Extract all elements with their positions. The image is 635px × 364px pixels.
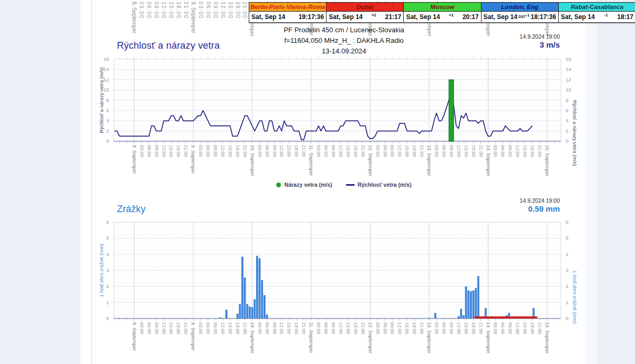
clock-date: Sat, Sep 14 bbox=[329, 13, 362, 21]
clock-date: Sat, Sep 14 bbox=[406, 13, 440, 21]
clock-city-time: Sat, Sep 14+221:17 bbox=[326, 12, 403, 22]
clock-city-time: Sat, Sep 14DST-118:17:36 bbox=[482, 12, 558, 22]
clock-city-0: Berlin-Paris-Vienna-RomaSat, Sep 1419:17… bbox=[249, 3, 326, 22]
clock-utc-offset: +2 bbox=[371, 13, 376, 17]
station-daterange: 13-14.09.2024 bbox=[185, 46, 503, 57]
clock-utc-offset: +1 bbox=[449, 13, 453, 17]
gusts-legend-label: Nárazy vetra (m/s) bbox=[284, 181, 332, 188]
wind-current-annotation: 14.9.2024 19:00 3 m/s bbox=[520, 33, 560, 49]
clock-city-name: London, Eng bbox=[482, 3, 558, 12]
clock-city-name: Dubai bbox=[326, 3, 403, 12]
wind-chart-title: Rýchlosť a nárazy vetra bbox=[117, 40, 220, 51]
clock-city-name: Rabat-Casablanca bbox=[559, 3, 635, 12]
world-clock-bar: Berlin-Paris-Vienna-RomaSat, Sep 1419:17… bbox=[249, 2, 635, 23]
clock-time-value: 18:17:36 bbox=[531, 13, 556, 21]
left-divider-line bbox=[91, 0, 92, 364]
rain-chart-title: Zrážky bbox=[117, 204, 146, 215]
clock-city-4: Rabat-CasablancaSat, Sep 14-118:17 bbox=[559, 3, 635, 22]
clock-date: Sat, Sep 14 bbox=[484, 13, 518, 21]
clock-city-1: DubaiSat, Sep 14+221:17 bbox=[326, 3, 404, 22]
wind-current-value: 3 m/s bbox=[520, 40, 560, 49]
legend-item-speed: Rýchlosť vetra (m/s) bbox=[346, 181, 412, 188]
clock-city-time: Sat, Sep 14-118:17 bbox=[559, 12, 635, 22]
legend-item-gusts: Nárazy vetra (m/s) bbox=[276, 181, 332, 188]
rain-current-annotation: 14.9.2024 19:00 0.59 mm bbox=[520, 197, 560, 213]
clock-utc-offset: -1 bbox=[604, 13, 608, 17]
clock-city-name: Moscow bbox=[404, 3, 480, 12]
clock-city-time: Sat, Sep 1419:17:36 bbox=[249, 12, 326, 22]
clock-time-value: 21:17 bbox=[385, 13, 402, 21]
clock-time-value: 18:17 bbox=[617, 13, 633, 21]
clock-date: Sat, Sep 14 bbox=[251, 13, 285, 21]
gusts-legend-dot-icon bbox=[276, 183, 281, 187]
clock-date: Sat, Sep 14 bbox=[561, 13, 595, 21]
clock-time-value: 19:17:36 bbox=[298, 13, 324, 21]
right-margin-strip bbox=[585, 0, 597, 364]
clock-city-time: Sat, Sep 14+120:17 bbox=[404, 12, 480, 22]
rain-timestamp: 14.9.2024 19:00 bbox=[520, 197, 560, 204]
station-name: PF Prodelin 450 cm / Lucenec-Slovakia bbox=[185, 25, 503, 35]
wind-timestamp: 14.9.2024 19:00 bbox=[520, 33, 560, 40]
speed-legend-label: Rýchlosť vetra (m/s) bbox=[358, 181, 412, 188]
clock-time-value: 20:17 bbox=[462, 13, 479, 21]
rain-current-value: 0.59 mm bbox=[520, 204, 560, 213]
clock-city-3: London, EngSat, Sep 14DST-118:17:36 bbox=[482, 3, 559, 22]
station-frequency: f=11604,050 MHz_H_ : DAKHLA Radio bbox=[185, 35, 503, 46]
wind-legend: Nárazy vetra (m/s) Rýchlosť vetra (m/s) bbox=[212, 181, 476, 188]
speed-legend-line-icon bbox=[346, 184, 355, 186]
station-header: PF Prodelin 450 cm / Lucenec-Slovakia f=… bbox=[185, 25, 503, 57]
clock-utc-offset: DST-1 bbox=[519, 13, 530, 17]
clock-city-name: Berlin-Paris-Vienna-Roma bbox=[249, 3, 326, 12]
weather-page: 8. Septemper03:0006:0009:0012:0015:0018:… bbox=[0, 0, 635, 364]
clock-city-2: MoscowSat, Sep 14+120:17 bbox=[404, 3, 481, 22]
